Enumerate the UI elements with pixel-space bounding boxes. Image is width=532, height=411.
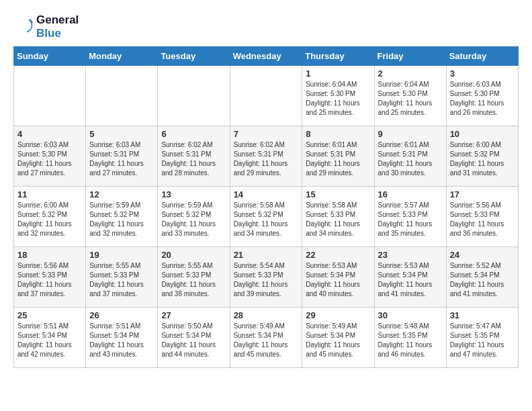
day-info: Sunrise: 5:58 AMSunset: 5:33 PMDaylight:…	[306, 201, 370, 238]
day-number: 2	[378, 68, 443, 79]
day-number: 26	[89, 310, 154, 320]
day-info: Sunrise: 6:04 AMSunset: 5:30 PMDaylight:…	[378, 80, 443, 118]
day-cell: 22Sunrise: 5:53 AMSunset: 5:34 PMDayligh…	[302, 247, 374, 308]
day-info: Sunrise: 5:47 AMSunset: 5:35 PMDaylight:…	[450, 322, 515, 359]
day-info: Sunrise: 6:00 AMSunset: 5:32 PMDaylight:…	[450, 140, 515, 178]
day-number: 23	[378, 250, 443, 260]
day-info: Sunrise: 5:50 AMSunset: 5:34 PMDaylight:…	[161, 322, 226, 359]
day-info: Sunrise: 6:03 AMSunset: 5:30 PMDaylight:…	[450, 80, 515, 118]
day-number: 30	[378, 310, 443, 320]
day-number: 29	[306, 310, 370, 320]
day-cell: 28Sunrise: 5:49 AMSunset: 5:34 PMDayligh…	[230, 308, 302, 368]
day-info: Sunrise: 5:53 AMSunset: 5:34 PMDaylight:…	[378, 261, 443, 299]
day-cell: 8Sunrise: 6:01 AMSunset: 5:31 PMDaylight…	[302, 126, 374, 187]
day-cell	[158, 66, 230, 126]
day-number: 5	[89, 129, 154, 139]
day-info: Sunrise: 6:00 AMSunset: 5:32 PMDaylight:…	[17, 201, 82, 238]
day-cell: 15Sunrise: 5:58 AMSunset: 5:33 PMDayligh…	[302, 187, 374, 247]
day-info: Sunrise: 5:51 AMSunset: 5:34 PMDaylight:…	[17, 322, 82, 359]
day-number: 31	[450, 310, 515, 320]
day-number: 11	[17, 189, 82, 199]
day-cell: 3Sunrise: 6:03 AMSunset: 5:30 PMDaylight…	[446, 66, 518, 126]
day-cell: 26Sunrise: 5:51 AMSunset: 5:34 PMDayligh…	[86, 308, 158, 368]
day-cell: 16Sunrise: 5:57 AMSunset: 5:33 PMDayligh…	[374, 187, 446, 247]
day-number: 13	[161, 189, 226, 199]
day-number: 12	[89, 189, 154, 199]
week-row-5: 25Sunrise: 5:51 AMSunset: 5:34 PMDayligh…	[14, 308, 519, 368]
day-cell	[14, 66, 86, 126]
day-info: Sunrise: 5:54 AMSunset: 5:33 PMDaylight:…	[234, 261, 299, 299]
day-info: Sunrise: 5:53 AMSunset: 5:34 PMDaylight:…	[306, 261, 370, 299]
day-number: 4	[17, 129, 82, 139]
day-cell: 4Sunrise: 6:03 AMSunset: 5:30 PMDaylight…	[14, 126, 86, 187]
day-info: Sunrise: 6:02 AMSunset: 5:31 PMDaylight:…	[161, 140, 226, 178]
day-number: 21	[234, 250, 299, 260]
header-thursday: Thursday	[302, 47, 374, 66]
day-info: Sunrise: 5:51 AMSunset: 5:34 PMDaylight:…	[89, 322, 154, 359]
day-info: Sunrise: 5:59 AMSunset: 5:32 PMDaylight:…	[89, 201, 154, 238]
header-friday: Friday	[374, 47, 446, 66]
day-info: Sunrise: 5:55 AMSunset: 5:33 PMDaylight:…	[161, 261, 226, 299]
day-number: 9	[378, 129, 443, 139]
day-cell	[86, 66, 158, 126]
day-info: Sunrise: 6:01 AMSunset: 5:31 PMDaylight:…	[306, 140, 370, 178]
day-number: 15	[306, 189, 370, 199]
day-info: Sunrise: 6:04 AMSunset: 5:30 PMDaylight:…	[306, 80, 370, 118]
header-monday: Monday	[86, 47, 158, 66]
week-row-1: 1Sunrise: 6:04 AMSunset: 5:30 PMDaylight…	[14, 66, 519, 126]
day-number: 7	[234, 129, 299, 139]
day-info: Sunrise: 5:49 AMSunset: 5:34 PMDaylight:…	[306, 322, 370, 359]
week-row-2: 4Sunrise: 6:03 AMSunset: 5:30 PMDaylight…	[14, 126, 519, 187]
day-number: 1	[306, 68, 370, 79]
day-info: Sunrise: 6:03 AMSunset: 5:30 PMDaylight:…	[17, 140, 82, 178]
day-number: 27	[161, 310, 226, 320]
day-info: Sunrise: 5:58 AMSunset: 5:32 PMDaylight:…	[234, 201, 299, 238]
day-info: Sunrise: 5:52 AMSunset: 5:34 PMDaylight:…	[450, 261, 515, 299]
day-cell: 12Sunrise: 5:59 AMSunset: 5:32 PMDayligh…	[86, 187, 158, 247]
day-number: 10	[450, 129, 515, 139]
logo: General Blue	[13, 13, 79, 40]
page-header: General Blue	[13, 13, 519, 40]
day-info: Sunrise: 5:55 AMSunset: 5:33 PMDaylight:…	[89, 261, 154, 299]
day-number: 25	[17, 310, 82, 320]
day-number: 20	[161, 250, 226, 260]
logo-line1: General	[36, 13, 79, 27]
logo-line2: Blue	[36, 27, 79, 40]
week-row-4: 18Sunrise: 5:56 AMSunset: 5:33 PMDayligh…	[14, 247, 519, 308]
day-number: 24	[450, 250, 515, 260]
day-cell: 10Sunrise: 6:00 AMSunset: 5:32 PMDayligh…	[446, 126, 518, 187]
day-number: 6	[161, 129, 226, 139]
header-saturday: Saturday	[446, 47, 518, 66]
day-info: Sunrise: 5:56 AMSunset: 5:33 PMDaylight:…	[450, 201, 515, 238]
day-cell: 9Sunrise: 6:01 AMSunset: 5:31 PMDaylight…	[374, 126, 446, 187]
day-cell	[230, 66, 302, 126]
day-number: 17	[450, 189, 515, 199]
day-cell: 25Sunrise: 5:51 AMSunset: 5:34 PMDayligh…	[14, 308, 86, 368]
day-cell: 6Sunrise: 6:02 AMSunset: 5:31 PMDaylight…	[158, 126, 230, 187]
day-cell: 20Sunrise: 5:55 AMSunset: 5:33 PMDayligh…	[158, 247, 230, 308]
day-info: Sunrise: 6:03 AMSunset: 5:31 PMDaylight:…	[89, 140, 154, 178]
day-cell: 18Sunrise: 5:56 AMSunset: 5:33 PMDayligh…	[14, 247, 86, 308]
day-cell: 29Sunrise: 5:49 AMSunset: 5:34 PMDayligh…	[302, 308, 374, 368]
calendar-header-row: SundayMondayTuesdayWednesdayThursdayFrid…	[14, 47, 519, 66]
day-number: 8	[306, 129, 370, 139]
day-number: 14	[234, 189, 299, 199]
day-info: Sunrise: 5:49 AMSunset: 5:34 PMDaylight:…	[234, 322, 299, 359]
calendar-table: SundayMondayTuesdayWednesdayThursdayFrid…	[13, 46, 519, 368]
day-number: 18	[17, 250, 82, 260]
logo-svg	[13, 17, 34, 37]
day-cell: 13Sunrise: 5:59 AMSunset: 5:32 PMDayligh…	[158, 187, 230, 247]
day-cell: 31Sunrise: 5:47 AMSunset: 5:35 PMDayligh…	[446, 308, 518, 368]
day-cell: 11Sunrise: 6:00 AMSunset: 5:32 PMDayligh…	[14, 187, 86, 247]
day-cell: 30Sunrise: 5:48 AMSunset: 5:35 PMDayligh…	[374, 308, 446, 368]
day-info: Sunrise: 6:01 AMSunset: 5:31 PMDaylight:…	[378, 140, 443, 178]
day-info: Sunrise: 5:57 AMSunset: 5:33 PMDaylight:…	[378, 201, 443, 238]
day-info: Sunrise: 5:48 AMSunset: 5:35 PMDaylight:…	[378, 322, 443, 359]
header-sunday: Sunday	[14, 47, 86, 66]
day-cell: 5Sunrise: 6:03 AMSunset: 5:31 PMDaylight…	[86, 126, 158, 187]
day-cell: 2Sunrise: 6:04 AMSunset: 5:30 PMDaylight…	[374, 66, 446, 126]
day-cell: 19Sunrise: 5:55 AMSunset: 5:33 PMDayligh…	[86, 247, 158, 308]
day-cell: 23Sunrise: 5:53 AMSunset: 5:34 PMDayligh…	[374, 247, 446, 308]
day-cell: 14Sunrise: 5:58 AMSunset: 5:32 PMDayligh…	[230, 187, 302, 247]
day-number: 16	[378, 189, 443, 199]
